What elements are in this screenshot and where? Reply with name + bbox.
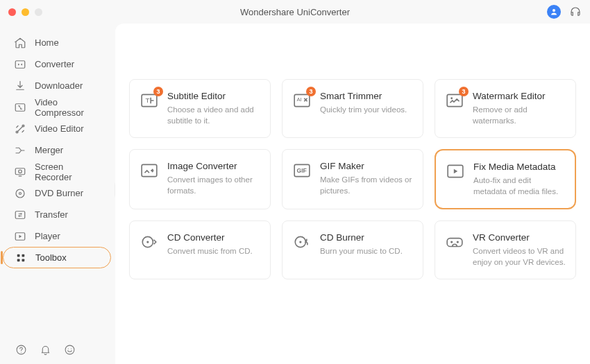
sidebar-item-video-editor[interactable]: Video Editor xyxy=(0,118,115,139)
sidebar: HomeConverterDownloaderVideo CompressorV… xyxy=(0,24,115,364)
sidebar-item-screen-recorder[interactable]: Screen Recorder xyxy=(0,161,115,182)
sidebar-item-player[interactable]: Player xyxy=(0,225,115,247)
tool-card-image-converter[interactable]: Image ConverterConvert images to other f… xyxy=(129,149,271,209)
trimmer-icon: 3 xyxy=(292,91,312,110)
vr-icon xyxy=(445,232,464,252)
merger-icon xyxy=(14,144,26,157)
tool-desc: Auto-fix and edit metadata of media file… xyxy=(473,175,565,197)
sidebar-item-video-compressor[interactable]: Video Compressor xyxy=(0,96,115,118)
tool-title: VR Converter xyxy=(473,232,566,243)
minimize-window-button[interactable] xyxy=(22,8,29,16)
sidebar-item-label: Downloader xyxy=(35,80,83,91)
tool-card-subtitle-editor[interactable]: 3Subtitle EditorChoose a video and add s… xyxy=(129,79,271,138)
tool-desc: Choose a video and add subtitle to it. xyxy=(167,105,260,126)
sidebar-item-label: Toolbox xyxy=(35,252,67,263)
close-window-button[interactable] xyxy=(8,8,16,16)
tool-card-body: Watermark EditorRemove or add watermarks… xyxy=(473,91,566,126)
tool-title: Smart Trimmer xyxy=(320,91,413,101)
badge: 3 xyxy=(459,87,469,96)
tool-card-body: CD ConverterConvert music from CD. xyxy=(167,232,260,257)
recorder-icon xyxy=(14,166,26,178)
user-icon xyxy=(550,8,558,16)
sidebar-footer xyxy=(0,336,115,364)
sidebar-item-downloader[interactable]: Downloader xyxy=(0,75,115,96)
tool-card-watermark-editor[interactable]: 3Watermark EditorRemove or add watermark… xyxy=(435,79,576,138)
tool-card-body: Subtitle EditorChoose a video and add su… xyxy=(167,91,260,126)
tool-desc: Convert videos to VR and enjoy on your V… xyxy=(473,246,566,268)
imgconv-icon xyxy=(140,161,159,180)
tool-card-vr-converter[interactable]: VR ConverterConvert videos to VR and enj… xyxy=(435,220,576,279)
tool-card-smart-trimmer[interactable]: 3Smart TrimmerQuickly trim your videos. xyxy=(282,79,423,138)
tool-desc: Remove or add watermarks. xyxy=(473,105,566,126)
sidebar-item-home[interactable]: Home xyxy=(0,32,115,53)
main-content: 3Subtitle EditorChoose a video and add s… xyxy=(115,24,590,364)
app-title: Wondershare UniConverter xyxy=(0,7,590,17)
transfer-icon xyxy=(14,209,26,221)
dvd-icon xyxy=(14,187,26,200)
toolbox-icon xyxy=(15,252,27,264)
sidebar-item-merger[interactable]: Merger xyxy=(0,139,115,161)
compress-icon xyxy=(14,101,26,114)
tool-card-body: Smart TrimmerQuickly trim your videos. xyxy=(320,91,413,116)
home-icon xyxy=(14,37,26,49)
tool-card-body: GIF MakerMake GIFs from videos or pictur… xyxy=(320,161,413,196)
maximize-window-button[interactable] xyxy=(35,8,42,16)
tool-card-body: VR ConverterConvert videos to VR and enj… xyxy=(473,232,566,268)
tool-title: Fix Media Metadata xyxy=(473,162,565,172)
sidebar-item-label: DVD Burner xyxy=(35,188,83,198)
help-icon[interactable] xyxy=(15,344,27,356)
notifications-icon[interactable] xyxy=(40,344,51,356)
tool-desc: Quickly trim your videos. xyxy=(320,105,413,116)
badge: 3 xyxy=(153,87,163,96)
tool-desc: Convert music from CD. xyxy=(167,246,260,257)
sidebar-item-label: Home xyxy=(35,37,59,48)
watermark-icon: 3 xyxy=(445,91,464,110)
tool-desc: Burn your music to CD. xyxy=(320,246,413,257)
sidebar-item-label: Player xyxy=(35,231,60,241)
tool-card-body: Fix Media MetadataAuto-fix and edit meta… xyxy=(473,162,565,197)
tool-card-gif-maker[interactable]: GIF MakerMake GIFs from videos or pictur… xyxy=(282,149,423,209)
sidebar-item-label: Video Editor xyxy=(35,123,84,134)
download-icon xyxy=(14,80,26,92)
metadata-icon xyxy=(446,162,465,181)
support-icon[interactable] xyxy=(569,6,582,18)
feedback-icon[interactable] xyxy=(64,344,76,356)
sidebar-item-dvd-burner[interactable]: DVD Burner xyxy=(0,182,115,204)
tool-card-cd-converter[interactable]: CD ConverterConvert music from CD. xyxy=(129,220,271,279)
tool-card-cd-burner[interactable]: CD BurnerBurn your music to CD. xyxy=(282,220,423,279)
tool-title: CD Converter xyxy=(167,232,260,243)
sidebar-item-label: Transfer xyxy=(35,209,68,220)
titlebar: Wondershare UniConverter xyxy=(0,0,590,24)
gif-icon xyxy=(292,161,312,180)
tool-desc: Convert images to other formats. xyxy=(167,175,260,196)
subtitle-icon: 3 xyxy=(140,91,159,110)
tool-card-body: Image ConverterConvert images to other f… xyxy=(167,161,260,196)
toolbox-grid: 3Subtitle EditorChoose a video and add s… xyxy=(129,79,576,279)
badge: 3 xyxy=(306,87,316,96)
tool-title: Subtitle Editor xyxy=(167,91,260,101)
sidebar-item-label: Converter xyxy=(35,59,74,69)
tool-card-fix-media-metadata[interactable]: Fix Media MetadataAuto-fix and edit meta… xyxy=(435,149,576,209)
sidebar-item-toolbox[interactable]: Toolbox xyxy=(3,247,111,268)
sidebar-item-converter[interactable]: Converter xyxy=(0,53,115,75)
tool-title: CD Burner xyxy=(320,232,413,243)
user-avatar[interactable] xyxy=(547,5,561,19)
tool-title: Watermark Editor xyxy=(473,91,566,101)
sidebar-item-label: Video Compressor xyxy=(35,97,101,118)
tool-card-body: CD BurnerBurn your music to CD. xyxy=(320,232,413,257)
tool-desc: Make GIFs from videos or pictures. xyxy=(320,175,413,196)
player-icon xyxy=(14,230,26,243)
cdburn-icon xyxy=(292,232,312,252)
converter-icon xyxy=(14,58,26,71)
sidebar-item-label: Screen Recorder xyxy=(35,162,101,182)
tool-title: Image Converter xyxy=(167,161,260,171)
window-controls xyxy=(8,8,42,16)
sidebar-item-transfer[interactable]: Transfer xyxy=(0,204,115,225)
editor-icon xyxy=(14,123,26,135)
tool-title: GIF Maker xyxy=(320,161,413,171)
cdconv-icon xyxy=(140,232,159,252)
sidebar-item-label: Merger xyxy=(35,145,63,155)
